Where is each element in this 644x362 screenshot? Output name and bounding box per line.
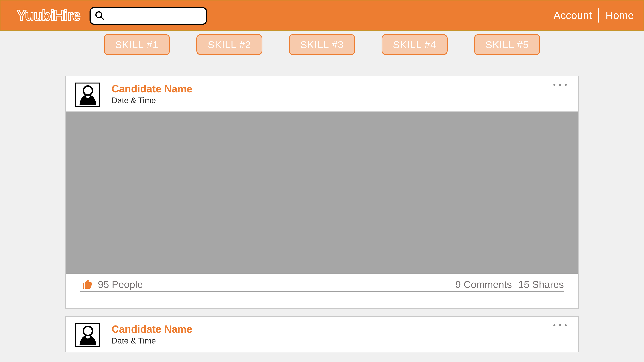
candidate-name[interactable]: Candidate Name [112,323,192,335]
svg-line-1 [101,17,104,20]
header-nav: Account Home [553,8,634,22]
more-options-button[interactable] [553,324,567,326]
feed: Candidate Name Date & Time 95 People [65,76,579,352]
dot-icon [565,84,567,86]
likes-count[interactable]: 95 People [98,279,143,290]
card-header: Candidate Name Date & Time [66,76,578,111]
dot-icon [553,324,556,326]
avatar[interactable] [75,323,100,347]
skill-tab-1[interactable]: SKILL #1 [104,34,170,55]
skill-tabs-row: SKILL #1 SKILL #2 SKILL #3 SKILL #4 SKIL… [0,30,644,60]
card-title-block: Candidate Name Date & Time [112,323,192,346]
card-header: Candidate Name Date & Time [66,317,578,352]
home-link[interactable]: Home [606,9,634,21]
search-input[interactable] [108,11,220,21]
svg-point-0 [96,12,102,18]
svg-point-5 [84,327,92,335]
skill-tab-5[interactable]: SKILL #5 [474,34,540,55]
header-bar: YuubiHire Account Home [0,0,644,30]
candidate-name[interactable]: Candidate Name [112,83,192,95]
skill-tab-4[interactable]: SKILL #4 [382,34,448,55]
candidate-card: Candidate Name Date & Time 95 People [65,76,579,309]
search-icon [95,11,105,21]
card-footer: 95 People 9 Comments 15 Shares [66,274,578,308]
thumbs-up-icon[interactable] [82,279,94,290]
dot-icon [559,324,561,326]
skill-tab-3[interactable]: SKILL #3 [289,34,355,55]
more-options-button[interactable] [553,84,567,86]
search-box[interactable] [90,7,207,25]
nav-divider [598,8,599,22]
card-title-block: Candidate Name Date & Time [112,82,192,105]
skill-tab-2[interactable]: SKILL #2 [196,34,262,55]
dot-icon [553,84,556,86]
dot-icon [559,84,561,86]
svg-point-3 [84,87,92,94]
comments-count[interactable]: 9 Comments [455,279,512,290]
dot-icon [565,324,567,326]
account-link[interactable]: Account [553,9,592,21]
shares-count[interactable]: 15 Shares [518,279,564,290]
candidate-card: Candidate Name Date & Time [65,316,579,352]
candidate-datetime: Date & Time [112,336,192,346]
candidate-datetime: Date & Time [112,96,192,105]
engagement-bar: 95 People 9 Comments 15 Shares [80,279,564,292]
person-icon [78,325,98,346]
person-icon [78,84,98,106]
card-media-placeholder[interactable] [66,111,578,274]
app-logo: YuubiHire [16,7,80,24]
avatar[interactable] [75,82,100,107]
